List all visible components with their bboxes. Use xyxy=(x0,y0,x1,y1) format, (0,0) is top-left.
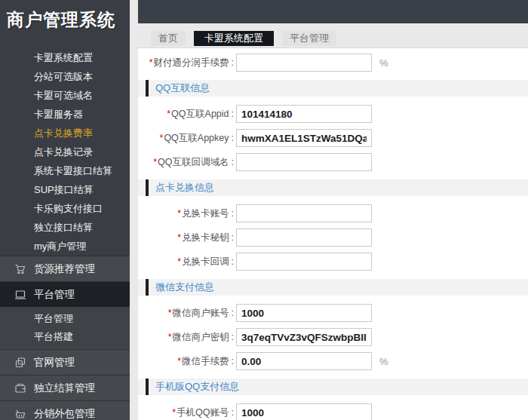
percent-suffix: % xyxy=(379,57,388,69)
section-title: 手机版QQ支付信息 xyxy=(155,380,239,394)
sidebar-subitem-platform-manage[interactable]: 平台管理 xyxy=(0,310,130,328)
required-asterisk: * xyxy=(167,109,170,119)
section-bar-icon xyxy=(146,379,149,395)
sidebar-group-platform[interactable]: 平台管理 xyxy=(0,281,130,307)
required-asterisk: * xyxy=(168,308,172,318)
sidebar-item[interactable]: my商户管理 xyxy=(0,237,130,256)
section-header-wechat-pay: 微信支付信息 xyxy=(138,279,528,296)
form-field-row: *兑换卡回调: xyxy=(138,250,528,274)
wechat-merchant-key-input[interactable] xyxy=(236,328,372,346)
field-label: *QQ互联Appid: xyxy=(138,108,234,121)
section-bar-icon xyxy=(146,279,149,296)
field-label: *QQ互联回调域名: xyxy=(138,156,234,169)
required-asterisk: * xyxy=(177,356,181,366)
sidebar-item[interactable]: 卡盟服务器 xyxy=(0,105,130,124)
sidebar-item[interactable]: 卡盟可选域名 xyxy=(0,86,130,105)
sidebar-submenu: 平台管理 平台搭建 xyxy=(0,307,130,349)
field-label: *QQ互联Appkey: xyxy=(138,132,234,145)
sidebar-item-active[interactable]: 点卡兑换费率 xyxy=(0,124,130,143)
sidebar-group-label: 货源推荐管理 xyxy=(34,262,95,276)
required-asterisk: * xyxy=(153,157,157,167)
basket-icon xyxy=(14,408,26,420)
field-label: *微信手续费: xyxy=(138,355,234,368)
sidebar-item[interactable]: 系统卡盟接口结算 xyxy=(0,161,130,180)
redeem-card-account-input[interactable] xyxy=(236,204,372,222)
section-title: QQ互联信息 xyxy=(155,81,210,95)
topbar xyxy=(138,0,528,23)
tab-platform[interactable]: 平台管理 xyxy=(282,31,336,46)
sidebar-subitem-platform-build[interactable]: 平台搭建 xyxy=(0,328,130,346)
redeem-card-callback-input[interactable] xyxy=(236,253,372,271)
sidebar-item[interactable]: 卡乐购支付接口 xyxy=(0,199,130,218)
cart-icon xyxy=(14,263,26,275)
form-field-row: *兑换卡秘钥: xyxy=(138,225,528,250)
tab-bar: 首页 卡盟系统配置 平台管理 xyxy=(138,23,528,48)
app-logo: 商户管理系统 xyxy=(0,0,130,42)
sidebar-group-distribution[interactable]: 分销外包管理 xyxy=(0,400,130,420)
sidebar-item[interactable]: 独立接口结算 xyxy=(0,218,130,237)
percent-suffix: % xyxy=(379,356,388,367)
sidebar-group-label: 独立结算管理 xyxy=(34,382,95,395)
sidebar-group-settlement[interactable]: 独立结算管理 xyxy=(0,375,130,400)
form-field-row: *兑换卡账号: xyxy=(138,201,528,225)
form-field-row: *财付通分润手续费: % xyxy=(138,51,528,75)
wechat-fee-input[interactable] xyxy=(236,352,372,370)
field-label: *微信商户密钥: xyxy=(138,331,234,344)
qq-callback-domain-input[interactable] xyxy=(236,153,372,171)
sidebar-group-supply[interactable]: 货源推荐管理 xyxy=(0,256,130,281)
form-field-row: *QQ互联Appid: xyxy=(138,102,528,126)
qq-appid-input[interactable] xyxy=(236,105,372,123)
qq-appkey-input[interactable] xyxy=(236,129,372,147)
section-header-mobile-qq-pay: 手机版QQ支付信息 xyxy=(138,379,528,395)
required-asterisk: * xyxy=(177,256,181,267)
wechat-merchant-account-input[interactable] xyxy=(236,304,372,322)
sidebar-item[interactable]: SUP接口结算 xyxy=(0,180,130,199)
section-title: 点卡兑换信息 xyxy=(155,181,214,195)
redeem-card-secret-input[interactable] xyxy=(236,228,372,247)
sidebar: 商户管理系统 卡盟系统配置 分站可选版本 卡盟可选域名 卡盟服务器 点卡兑换费率… xyxy=(0,0,130,420)
form-field-row: *微信商户账号: xyxy=(138,301,528,325)
form-field-row: *QQ互联Appkey: xyxy=(138,126,528,150)
required-asterisk: * xyxy=(149,57,153,68)
field-label: *财付通分润手续费: xyxy=(138,57,234,69)
required-asterisk: * xyxy=(172,407,176,418)
sidebar-menu: 卡盟系统配置 分站可选版本 卡盟可选域名 卡盟服务器 点卡兑换费率 点卡兑换记录… xyxy=(0,48,130,256)
copy-icon xyxy=(14,357,26,369)
section-title: 微信支付信息 xyxy=(155,281,214,294)
form-field-row: *微信手续费: % xyxy=(138,349,528,373)
required-asterisk: * xyxy=(177,232,181,243)
form-field-row: *手机QQ账号: xyxy=(138,400,528,420)
config-form-panel: *财付通分润手续费: % QQ互联信息 *QQ互联Appid: *QQ互联App… xyxy=(138,48,528,420)
wallet-icon xyxy=(14,382,26,394)
required-asterisk: * xyxy=(160,133,164,143)
required-asterisk: * xyxy=(168,332,172,342)
section-bar-icon xyxy=(146,80,149,97)
mobile-qq-account-input[interactable] xyxy=(236,403,372,420)
section-header-qq-connect: QQ互联信息 xyxy=(138,80,528,97)
sidebar-group-label: 官网管理 xyxy=(34,356,75,369)
field-label: *兑换卡账号: xyxy=(138,207,234,220)
field-label: *微信商户账号: xyxy=(138,307,234,320)
sidebar-group-official-site[interactable]: 官网管理 xyxy=(0,349,130,375)
sidebar-group-label: 平台管理 xyxy=(34,288,75,302)
section-bar-icon xyxy=(146,179,149,196)
field-label: *兑换卡回调: xyxy=(138,256,234,268)
tab-home[interactable]: 首页 xyxy=(151,31,186,46)
required-asterisk: * xyxy=(177,208,181,219)
sidebar-group-label: 分销外包管理 xyxy=(34,407,95,420)
tab-kameng-config[interactable]: 卡盟系统配置 xyxy=(194,31,274,46)
tenpay-fee-input[interactable] xyxy=(236,54,372,72)
sidebar-item[interactable]: 分站可选版本 xyxy=(0,67,130,86)
sidebar-item[interactable]: 卡盟系统配置 xyxy=(0,48,130,67)
laptop-icon xyxy=(14,289,26,301)
field-label: *兑换卡秘钥: xyxy=(138,231,234,244)
form-field-row: *QQ互联回调域名: xyxy=(138,150,528,174)
field-label: *手机QQ账号: xyxy=(138,406,234,419)
sidebar-item[interactable]: 点卡兑换记录 xyxy=(0,143,130,161)
form-field-row: *微信商户密钥: xyxy=(138,325,528,349)
section-header-card-redeem: 点卡兑换信息 xyxy=(138,179,528,196)
